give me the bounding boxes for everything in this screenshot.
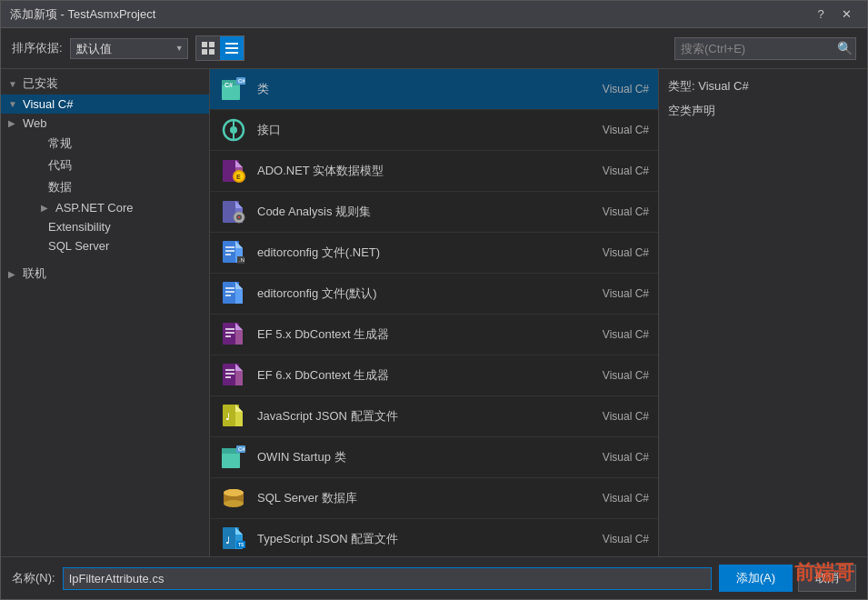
svg-point-50 (224, 489, 244, 496)
tree-item-visual-csharp[interactable]: ▼ Visual C# (1, 95, 209, 114)
expand-icon-aspnet: ▶ (41, 203, 55, 213)
tree-item-data[interactable]: 数据 (1, 176, 209, 198)
toolbar: 排序依据: 默认值名称类型 🔍 (1, 28, 867, 69)
item-icon-owin: C# (219, 443, 248, 472)
list-view-button[interactable] (220, 36, 244, 60)
add-button[interactable]: 添加(A) (719, 565, 793, 592)
item-row[interactable]: Code Analysis 规则集 Visual C# (210, 192, 658, 233)
item-icon-ts-json: ♩ TS (219, 525, 248, 554)
bottom-bar: 名称(N): 添加(A) 取消 (1, 556, 867, 599)
item-icon-js-json: ♩ (219, 402, 248, 431)
item-row[interactable]: C# OWIN Startup 类 Visual C# (210, 437, 658, 478)
item-row[interactable]: SQL Server 数据库 Visual C# (210, 478, 658, 519)
svg-text:C#: C# (224, 82, 233, 88)
search-input[interactable] (674, 37, 856, 60)
bottom-buttons: 添加(A) 取消 (719, 565, 856, 592)
name-label: 名称(N): (12, 570, 55, 586)
item-category-interface: Visual C# (558, 124, 649, 136)
svg-rect-3 (209, 49, 215, 55)
tree-item-online[interactable]: ▶ 联机 (1, 263, 209, 285)
item-name-class: 类 (257, 81, 558, 97)
tree-item-common[interactable]: 常规 (1, 133, 209, 155)
item-category-code-analysis: Visual C# (558, 205, 649, 218)
sort-label: 排序依据: (12, 40, 63, 56)
title-bar: 添加新项 - TestAsmxProject ? ✕ (1, 1, 867, 28)
expand-icon-web: ▶ (8, 118, 23, 128)
help-button[interactable]: ? (809, 5, 833, 25)
sort-select[interactable]: 默认值名称类型 (70, 38, 188, 59)
tree-label-code: 代码 (48, 157, 72, 174)
tree-item-code[interactable]: 代码 (1, 155, 209, 176)
item-row[interactable]: EF 5.x DbContext 生成器 Visual C# (210, 315, 658, 355)
svg-rect-2 (202, 49, 207, 55)
item-category-editorconfig: Visual C# (558, 246, 649, 259)
tree-label-aspnet: ASP.NET Core (55, 201, 134, 215)
svg-rect-1 (209, 42, 215, 47)
expand-icon-visual-csharp: ▼ (8, 99, 23, 109)
svg-point-13 (230, 126, 237, 134)
item-category-class: Visual C# (558, 83, 649, 95)
item-icon-code-analysis (219, 197, 248, 226)
item-name-ef6: EF 6.x DbContext 生成器 (257, 367, 558, 384)
expand-icon-installed: ▼ (8, 79, 23, 89)
dialog-body: 排序依据: 默认值名称类型 🔍 (1, 28, 867, 599)
item-name-editorconfig: editorconfig 文件(.NET) (257, 245, 558, 261)
name-input[interactable] (63, 567, 712, 590)
item-category-js-json: Visual C# (558, 410, 649, 423)
svg-text:E: E (236, 174, 241, 180)
item-icon-class: C# C# (219, 75, 248, 104)
add-new-item-dialog: 添加新项 - TestAsmxProject ? ✕ 排序依据: 默认值名称类型 (0, 0, 868, 600)
right-panel: 类型: Visual C# 空类声明 (658, 69, 867, 556)
item-name-interface: 接口 (257, 122, 558, 138)
sort-select-wrapper[interactable]: 默认值名称类型 (70, 38, 188, 59)
grid-view-button[interactable] (196, 36, 220, 60)
tree-label-sql-server: SQL Server (48, 239, 109, 253)
tree-item-web[interactable]: ▶ Web (1, 114, 209, 133)
search-icon-button[interactable]: 🔍 (837, 41, 853, 55)
item-category-ado: Visual C# (558, 165, 649, 177)
item-row[interactable]: EF 6.x DbContext 生成器 Visual C# (210, 355, 658, 396)
tree-item-aspnet-core[interactable]: ▶ ASP.NET Core (1, 198, 209, 217)
item-row[interactable]: ♩ TS TypeScript JSON 配置文件 Visual C# (210, 519, 658, 556)
item-category-owin: Visual C# (558, 451, 649, 464)
tree-item-installed[interactable]: ▼ 已安装 (1, 73, 209, 95)
cancel-button[interactable]: 取消 (798, 565, 856, 592)
tree-label-visual-csharp: Visual C# (23, 97, 73, 111)
item-row[interactable]: 接口 Visual C# (210, 110, 658, 151)
item-category-editorconfig2: Visual C# (558, 287, 649, 300)
item-name-code-analysis: Code Analysis 规则集 (257, 204, 558, 220)
expand-icon-online: ▶ (8, 269, 23, 279)
item-name-sql: SQL Server 数据库 (257, 490, 558, 506)
svg-rect-6 (225, 52, 238, 54)
item-icon-ef6 (219, 361, 248, 390)
view-toggle (195, 35, 244, 61)
item-name-js-json: JavaScript JSON 配置文件 (257, 408, 558, 425)
item-row[interactable]: .N editorconfig 文件(.NET) Visual C# (210, 233, 658, 274)
dialog-title: 添加新项 - TestAsmxProject (10, 6, 809, 23)
item-icon-interface (219, 115, 248, 145)
search-box: 🔍 (674, 37, 856, 60)
title-bar-controls: ? ✕ (809, 5, 858, 25)
close-button[interactable]: ✕ (834, 5, 858, 25)
svg-point-23 (238, 216, 240, 218)
type-label: 类型: Visual C# (668, 78, 858, 95)
tree-item-sql-server[interactable]: SQL Server (1, 236, 209, 255)
item-icon-sql (219, 484, 248, 513)
item-row[interactable]: editorconfig 文件(默认) Visual C# (210, 274, 658, 315)
tree-label-common: 常规 (48, 135, 72, 152)
tree-label-data: 数据 (48, 179, 72, 195)
svg-rect-4 (225, 43, 238, 45)
item-row[interactable]: ♩ JavaScript JSON 配置文件 Visual C# (210, 396, 658, 437)
item-category-sql: Visual C# (558, 492, 649, 505)
item-category-ts-json: Visual C# (558, 533, 649, 545)
tree-item-extensibility[interactable]: Extensibility (1, 217, 209, 236)
item-icon-ef5 (219, 320, 248, 349)
tree-label-online: 联机 (23, 265, 46, 282)
svg-text:C#: C# (238, 446, 245, 452)
item-row[interactable]: E ADO.NET 实体数据模型 Visual C# (210, 151, 658, 192)
content-area: ▼ 已安装 ▼ Visual C# ▶ Web 常规 代码 (1, 69, 867, 556)
svg-text:.N: .N (239, 257, 244, 263)
item-row[interactable]: C# C# 类 Visual C# (210, 69, 658, 110)
svg-text:♩: ♩ (225, 535, 230, 545)
left-panel: ▼ 已安装 ▼ Visual C# ▶ Web 常规 代码 (1, 69, 210, 556)
